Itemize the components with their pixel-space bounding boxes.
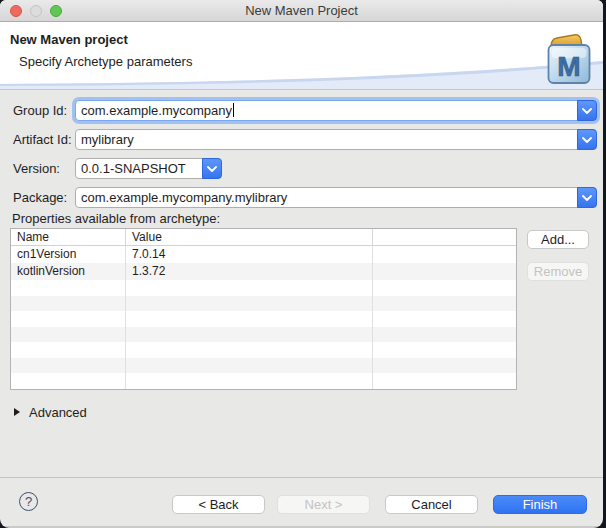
artifact-id-combo[interactable]: mylibrary <box>75 129 597 150</box>
chevron-down-icon <box>207 166 217 172</box>
minimize-button <box>30 5 42 17</box>
properties-label: Properties available from archetype: <box>12 211 220 226</box>
property-value[interactable]: 1.3.72 <box>126 263 373 280</box>
table-row-empty <box>11 342 516 358</box>
page-subtitle: Specify Archetype parameters <box>19 54 192 69</box>
wizard-banner: New Maven project Specify Archetype para… <box>0 22 603 90</box>
artifact-id-value[interactable]: mylibrary <box>76 130 577 149</box>
package-value[interactable]: com.example.mycompany.mylibrary <box>76 188 577 207</box>
finish-button[interactable]: Finish <box>493 495 587 514</box>
column-header-value[interactable]: Value <box>126 229 373 245</box>
package-combo[interactable]: com.example.mycompany.mylibrary <box>75 187 597 208</box>
cancel-button[interactable]: Cancel <box>385 495 478 514</box>
zoom-button[interactable] <box>50 5 62 17</box>
property-value[interactable]: 7.0.14 <box>126 246 373 263</box>
table-header-row: Name Value <box>11 229 516 246</box>
text-cursor <box>233 103 234 117</box>
group-id-label: Group Id: <box>13 100 67 121</box>
window-title: New Maven Project <box>245 3 358 18</box>
maven-folder-icon: M <box>544 32 594 86</box>
button-bar: ? < Back Next > Cancel Finish <box>0 477 603 528</box>
page-title: New Maven project <box>10 32 128 47</box>
artifact-id-dropdown-button[interactable] <box>577 129 597 150</box>
disclosure-triangle-icon <box>14 408 20 416</box>
artifact-id-label: Artifact Id: <box>13 129 72 150</box>
chevron-down-icon <box>582 108 592 114</box>
version-combo[interactable]: 0.0.1-SNAPSHOT <box>75 158 222 179</box>
group-id-value[interactable]: com.example.mycompany <box>76 101 577 120</box>
version-dropdown-button[interactable] <box>202 158 222 179</box>
table-row[interactable]: kotlinVersion 1.3.72 <box>11 263 516 280</box>
svg-text:M: M <box>557 51 580 82</box>
next-button: Next > <box>277 495 370 514</box>
back-button[interactable]: < Back <box>172 495 265 514</box>
add-button[interactable]: Add... <box>527 230 589 249</box>
properties-table[interactable]: Name Value cn1Version 7.0.14 kotlinVersi… <box>10 228 517 390</box>
table-row[interactable]: cn1Version 7.0.14 <box>11 246 516 263</box>
advanced-disclosure[interactable]: Advanced <box>14 404 87 420</box>
group-id-dropdown-button[interactable] <box>577 100 597 121</box>
version-value[interactable]: 0.0.1-SNAPSHOT <box>76 159 202 178</box>
column-header-name[interactable]: Name <box>11 229 126 245</box>
remove-button: Remove <box>527 262 589 281</box>
advanced-label: Advanced <box>29 405 87 420</box>
table-row-empty <box>11 296 516 312</box>
property-name[interactable]: kotlinVersion <box>11 263 126 280</box>
package-dropdown-button[interactable] <box>577 187 597 208</box>
column-header-empty[interactable] <box>373 229 516 245</box>
table-row-empty <box>11 311 516 327</box>
package-label: Package: <box>13 187 67 208</box>
chevron-down-icon <box>582 137 592 143</box>
property-name[interactable]: cn1Version <box>11 246 126 263</box>
close-button[interactable] <box>10 5 22 17</box>
help-button[interactable]: ? <box>19 492 38 511</box>
new-maven-project-dialog: New Maven Project New Maven project Spec… <box>0 0 603 528</box>
chevron-down-icon <box>582 195 592 201</box>
table-row-empty <box>11 358 516 374</box>
table-row-empty <box>11 373 516 389</box>
version-label: Version: <box>13 158 60 179</box>
group-id-combo[interactable]: com.example.mycompany <box>75 100 597 121</box>
table-row-empty <box>11 280 516 296</box>
title-bar[interactable]: New Maven Project <box>0 0 603 22</box>
table-row-empty <box>11 327 516 343</box>
